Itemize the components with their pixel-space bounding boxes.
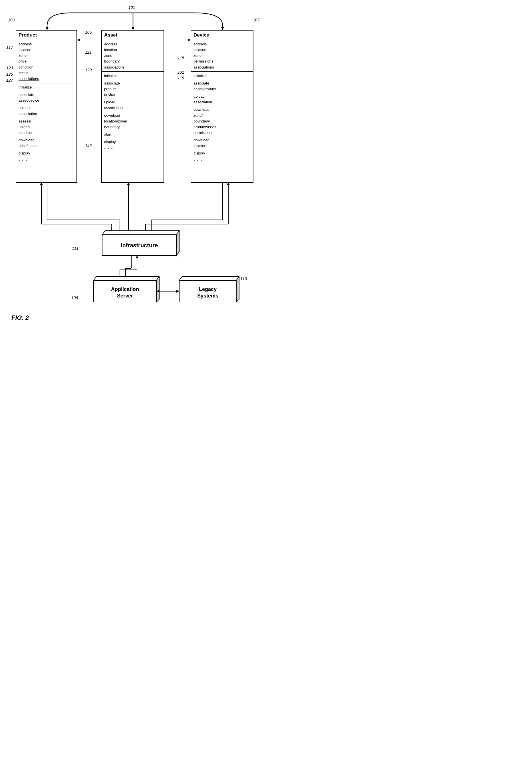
svg-marker-51	[156, 290, 159, 292]
ref-101: 101	[128, 5, 135, 10]
product-methods: initialize associateasset/device uploada…	[16, 83, 77, 165]
ref-123: 123	[6, 66, 13, 70]
device-attr-zone: zone	[194, 53, 250, 58]
device-header: Device	[191, 31, 253, 40]
asset-attr-associations: associations	[104, 64, 161, 70]
app-server-label: ApplicationServer	[94, 286, 156, 300]
asset-attr-boundary: boundary	[104, 58, 161, 64]
product-attributes: address location zone price condition st…	[16, 40, 77, 83]
svg-marker-46	[179, 276, 239, 280]
asset-attr-zone: zone	[104, 53, 161, 58]
ref-113: 113	[240, 276, 247, 281]
svg-marker-21	[131, 231, 135, 234]
asset-attributes: address location zone boundary associati…	[102, 40, 164, 72]
ref-117: 117	[6, 45, 13, 50]
figure-label: FIG. 2	[11, 314, 29, 321]
svg-marker-32	[102, 231, 179, 235]
asset-methods: initialize associateproduct/device uploa…	[102, 72, 164, 153]
product-header: Product	[16, 31, 77, 40]
ref-125: 125	[6, 72, 13, 77]
ref-103: 103	[8, 18, 14, 22]
ref-145: 145	[85, 143, 92, 148]
svg-marker-27	[150, 231, 153, 234]
svg-marker-15	[118, 231, 121, 234]
ref-129: 129	[85, 68, 92, 72]
svg-marker-3	[131, 27, 135, 30]
device-attributes: address location zone permissions associ…	[191, 40, 253, 72]
ref-115: 115	[178, 56, 184, 60]
device-box: Device address location zone permissions…	[191, 30, 254, 183]
infrastructure-label: Infrastructure	[102, 242, 176, 249]
asset-attr-address: address	[104, 41, 161, 47]
svg-marker-8	[77, 38, 80, 41]
svg-marker-10	[188, 38, 191, 41]
device-attr-permissions: permissions	[194, 58, 250, 64]
svg-marker-38	[124, 277, 127, 280]
ref-111: 111	[72, 246, 79, 251]
ref-109: 109	[71, 296, 78, 300]
diagram-container: 101 103 107 Product address location zon…	[0, 0, 266, 11]
ref-131: 131	[178, 70, 184, 75]
svg-marker-1	[46, 27, 49, 30]
svg-marker-50	[176, 290, 179, 292]
ref-121: 121	[85, 50, 92, 55]
legacy-systems-label: LegacySystems	[179, 286, 236, 300]
svg-marker-42	[136, 255, 139, 258]
svg-marker-33	[176, 231, 179, 255]
asset-box: Asset address location zone boundary ass…	[101, 30, 164, 183]
prod-attr-price: price	[19, 58, 74, 64]
prod-attr-zone: zone	[19, 53, 74, 58]
ref-105: 105	[85, 30, 92, 34]
device-attr-location: location	[194, 47, 250, 53]
device-attr-address: address	[194, 41, 250, 47]
prod-attr-associations: associations	[19, 76, 74, 82]
svg-marker-43	[94, 276, 159, 280]
prod-attr-status: status	[19, 70, 74, 76]
ref-127: 127	[6, 78, 13, 83]
product-box: Product address location zone price cond…	[16, 30, 77, 183]
ref-119: 119	[178, 76, 184, 80]
ref-107: 107	[253, 18, 260, 22]
prod-attr-address: address	[19, 41, 74, 47]
svg-marker-47	[236, 276, 239, 302]
device-attr-associations: associations	[194, 64, 250, 70]
device-methods: initialize associateasset/product upload…	[191, 72, 253, 165]
svg-marker-5	[221, 27, 224, 30]
svg-marker-44	[156, 276, 159, 302]
prod-attr-location: location	[19, 47, 74, 53]
asset-attr-location: location	[104, 47, 161, 53]
asset-header: Asset	[102, 31, 164, 40]
prod-attr-condition: condition	[19, 64, 74, 70]
